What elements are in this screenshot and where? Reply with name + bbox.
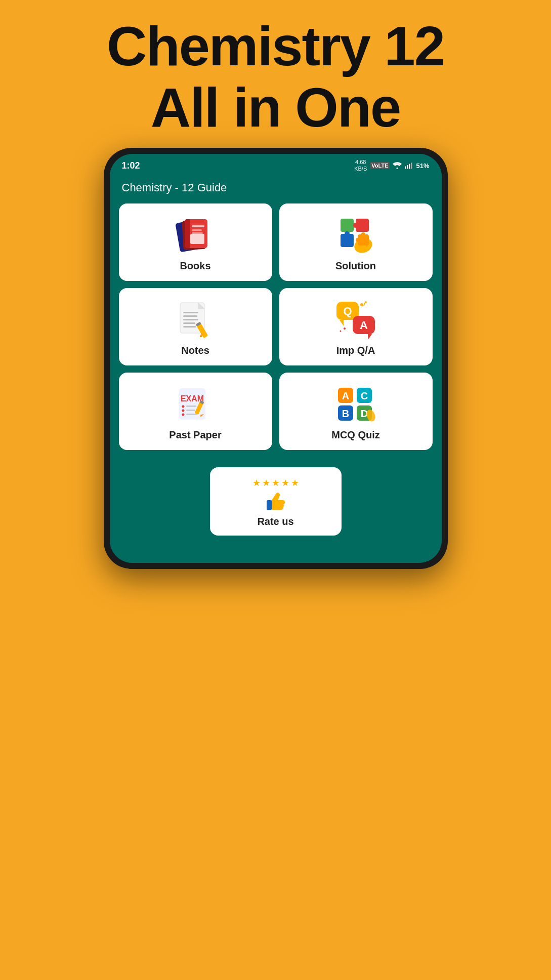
- svg-rect-8: [185, 219, 190, 248]
- svg-rect-1: [405, 167, 406, 169]
- notes-label: Notes: [181, 345, 209, 356]
- svg-point-19: [345, 231, 350, 236]
- app-bar-title: Chemistry - 12 Guide: [122, 181, 227, 194]
- svg-point-17: [353, 223, 358, 228]
- phone-frame: 1:02 4.68KB/S VoLTE 51%: [104, 148, 448, 569]
- svg-point-47: [182, 405, 185, 407]
- svg-rect-62: [267, 500, 272, 510]
- svg-rect-9: [192, 225, 204, 227]
- rate-icon: ★ ★ ★ ★ ★: [256, 476, 296, 512]
- rate-row: ★ ★ ★ ★ ★ Rate us: [110, 460, 442, 548]
- svg-point-49: [182, 409, 185, 412]
- svg-rect-48: [186, 405, 196, 407]
- impqa-label: Imp Q/A: [336, 345, 375, 356]
- solution-card[interactable]: Solution: [279, 203, 433, 281]
- svg-rect-52: [186, 414, 197, 415]
- mcq-quiz-label: MCQ Quiz: [331, 429, 380, 441]
- svg-point-0: [397, 168, 398, 169]
- books-card[interactable]: Books: [119, 203, 272, 281]
- mcq-icon: A C B D: [333, 384, 378, 424]
- svg-rect-50: [186, 410, 195, 411]
- status-bar: 1:02 4.68KB/S VoLTE 51%: [110, 154, 442, 175]
- solution-icon: [333, 215, 378, 255]
- svg-text:C: C: [361, 390, 368, 401]
- data-speed: 4.68KB/S: [354, 159, 367, 172]
- svg-rect-11: [192, 232, 203, 234]
- rate-us-label: Rate us: [257, 516, 293, 527]
- svg-point-41: [340, 330, 342, 332]
- svg-rect-2: [407, 165, 408, 169]
- thumbs-up-icon: [265, 491, 287, 511]
- svg-rect-10: [192, 229, 202, 231]
- svg-rect-28: [183, 322, 195, 324]
- svg-point-51: [182, 413, 185, 416]
- status-icons: 4.68KB/S VoLTE 51%: [354, 159, 429, 172]
- app-subtitle: All in One: [107, 76, 444, 138]
- notes-icon: [173, 299, 218, 340]
- exam-icon: EXAM: [173, 384, 218, 424]
- svg-text:A: A: [360, 319, 368, 332]
- volte-icon: VoLTE: [370, 162, 390, 169]
- svg-line-37: [364, 303, 365, 306]
- svg-rect-25: [183, 312, 198, 313]
- svg-rect-27: [183, 319, 198, 320]
- wifi-icon: [393, 162, 402, 169]
- svg-text:Q: Q: [343, 305, 352, 317]
- svg-point-23: [356, 238, 360, 242]
- svg-rect-29: [183, 326, 196, 328]
- svg-rect-12: [190, 234, 204, 244]
- status-time: 1:02: [122, 160, 140, 171]
- notes-card[interactable]: Notes: [119, 288, 272, 365]
- solution-label: Solution: [335, 260, 376, 272]
- svg-point-40: [344, 328, 346, 330]
- svg-text:A: A: [342, 390, 349, 401]
- rate-us-card[interactable]: ★ ★ ★ ★ ★ Rate us: [210, 467, 342, 536]
- app-bar: Chemistry - 12 Guide: [110, 175, 442, 203]
- svg-rect-4: [411, 163, 412, 169]
- svg-point-35: [360, 303, 363, 306]
- svg-rect-3: [409, 164, 410, 169]
- battery-text: 51%: [416, 162, 429, 170]
- app-title-area: Chemistry 12 All in One: [97, 0, 454, 148]
- mcq-quiz-card[interactable]: A C B D: [279, 373, 433, 450]
- svg-text:B: B: [342, 408, 349, 419]
- impqa-card[interactable]: Q A: [279, 288, 433, 365]
- bottom-space: [110, 548, 442, 563]
- books-icon: [173, 215, 218, 255]
- main-grid: Books: [110, 203, 442, 460]
- past-paper-card[interactable]: EXAM: [119, 373, 272, 450]
- grid-container: Books: [119, 203, 433, 450]
- phone-screen: 1:02 4.68KB/S VoLTE 51%: [110, 154, 442, 563]
- books-label: Books: [180, 260, 210, 272]
- qa-icon: Q A: [333, 299, 378, 340]
- past-paper-label: Past Paper: [169, 429, 221, 441]
- signal-icon: [405, 162, 413, 169]
- svg-rect-26: [183, 315, 197, 317]
- svg-point-22: [361, 232, 365, 236]
- app-title: Chemistry 12: [107, 15, 444, 76]
